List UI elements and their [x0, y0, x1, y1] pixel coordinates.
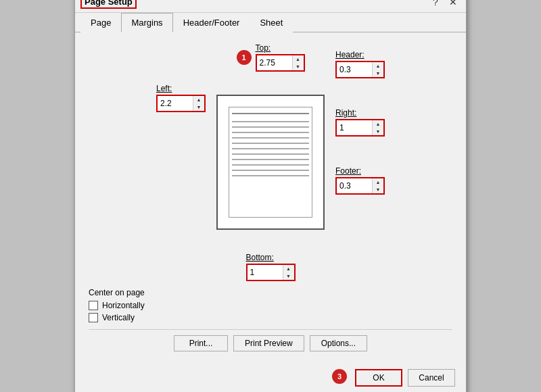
right-spin-down[interactable]: ▼: [373, 128, 383, 135]
center-title: Center on page: [89, 288, 452, 297]
print-preview-button[interactable]: Print Preview: [233, 335, 304, 351]
left-margin-group: Left: ▲ ▼: [156, 84, 206, 112]
page-lines: [229, 107, 312, 179]
right-label: Right:: [335, 108, 356, 118]
top-spin-down[interactable]: ▼: [293, 63, 304, 70]
right-input[interactable]: [337, 122, 372, 134]
tab-sheet[interactable]: Sheet: [250, 13, 293, 32]
bottom-spinfield: ▲ ▼: [246, 264, 296, 281]
horizontally-label: Horizontally: [102, 301, 145, 310]
options-button[interactable]: Options...: [310, 335, 367, 351]
left-input[interactable]: [158, 97, 193, 109]
line-3: [232, 132, 309, 133]
tab-bar: Page Margins Header/Footer Sheet: [75, 13, 466, 32]
line-4: [232, 137, 309, 139]
header-spin-buttons: ▲ ▼: [372, 62, 383, 77]
bottom-label: Bottom:: [246, 253, 274, 262]
header-line: [232, 113, 309, 114]
top-margin-row: 1 Top: ▲ ▼: [237, 43, 305, 72]
footer-spin-down[interactable]: ▼: [373, 186, 383, 193]
close-button[interactable]: ✕: [446, 0, 461, 9]
bottom-spin-down[interactable]: ▼: [283, 272, 294, 280]
vertically-row: Vertically: [89, 313, 452, 322]
tab-margins[interactable]: Margins: [121, 13, 172, 32]
title-bar-controls: ? ✕: [428, 0, 461, 9]
line-8: [232, 159, 309, 160]
line-9: [232, 164, 309, 166]
vertically-checkbox[interactable]: [89, 313, 98, 322]
right-margin-group: Right: ▲ ▼: [335, 108, 385, 137]
header-label: Header:: [335, 50, 364, 59]
bottom-margin-group: Bottom: ▲ ▼: [246, 253, 296, 281]
margins-layout: Left: ▲ ▼ 1 Top:: [89, 43, 452, 281]
bottom-spin-up[interactable]: ▲: [283, 265, 294, 272]
header-spinfield: ▲ ▼: [335, 61, 385, 78]
line-1: [232, 121, 309, 122]
print-button[interactable]: Print...: [174, 335, 228, 351]
right-margin-col: Header: ▲ ▼ Right: ▲: [325, 43, 413, 195]
top-input[interactable]: [257, 57, 292, 69]
right-spinfield: ▲ ▼: [335, 119, 385, 137]
footer-group: Footer: ▲ ▼: [335, 166, 385, 195]
left-spin-up[interactable]: ▲: [193, 96, 204, 103]
footer-spin-up[interactable]: ▲: [373, 178, 383, 186]
left-spinfield: ▲ ▼: [156, 95, 206, 112]
right-spin-buttons: ▲ ▼: [372, 120, 383, 135]
action-buttons: 3 OK Cancel: [75, 364, 466, 393]
badge-3: 3: [332, 369, 347, 384]
page-preview: [216, 95, 325, 230]
tab-page[interactable]: Page: [80, 13, 121, 32]
page-setup-dialog: Page Setup ? ✕ Page Margins Header/Foote…: [74, 0, 467, 392]
line-2: [232, 126, 309, 128]
footer-spinfield: ▲ ▼: [335, 177, 385, 195]
right-spin-up[interactable]: ▲: [373, 120, 383, 128]
top-spin-up[interactable]: ▲: [293, 55, 304, 63]
tab-content: Left: ▲ ▼ 1 Top:: [75, 32, 466, 364]
footer-label: Footer:: [335, 166, 361, 176]
top-spinfield: ▲ ▼: [256, 54, 305, 72]
vertically-label: Vertically: [102, 313, 135, 322]
left-spin-buttons: ▲ ▼: [193, 96, 204, 111]
left-label: Left:: [156, 84, 172, 93]
footer-input[interactable]: [337, 180, 372, 192]
bottom-spin-buttons: ▲ ▼: [283, 265, 294, 280]
page-preview-col: 1 Top: ▲ ▼: [216, 43, 325, 281]
header-group: Header: ▲ ▼: [335, 50, 385, 78]
header-spin-down[interactable]: ▼: [373, 70, 383, 77]
cancel-button[interactable]: Cancel: [408, 369, 455, 387]
horizontally-row: Horizontally: [89, 301, 452, 310]
left-spin-down[interactable]: ▼: [193, 103, 204, 111]
left-margin-col: Left: ▲ ▼: [128, 43, 216, 112]
footer-spin-buttons: ▲ ▼: [372, 178, 383, 193]
title-bar: Page Setup ? ✕: [75, 0, 466, 13]
ok-button[interactable]: OK: [355, 369, 402, 387]
line-7: [232, 153, 309, 155]
line-6: [232, 148, 309, 149]
bottom-input[interactable]: [248, 266, 283, 278]
header-spin-up[interactable]: ▲: [373, 62, 383, 70]
page-inner: [229, 107, 312, 218]
center-on-page-section: Center on page Horizontally Vertically: [89, 288, 452, 322]
line-10: [232, 170, 309, 171]
bottom-buttons: Print... Print Preview Options...: [89, 329, 452, 356]
line-5: [232, 143, 309, 144]
line-11: [232, 175, 309, 176]
bottom-margin-row: Bottom: ▲ ▼: [246, 253, 296, 281]
top-label: Top:: [256, 43, 271, 53]
horizontally-checkbox[interactable]: [89, 301, 98, 310]
help-button[interactable]: ?: [428, 0, 443, 9]
top-spin-buttons: ▲ ▼: [292, 55, 304, 70]
tab-header-footer[interactable]: Header/Footer: [173, 13, 250, 32]
top-margin-group: Top: ▲ ▼: [256, 43, 305, 72]
header-input[interactable]: [337, 64, 372, 76]
dialog-title: Page Setup: [80, 0, 137, 9]
badge-1: 1: [237, 50, 252, 65]
